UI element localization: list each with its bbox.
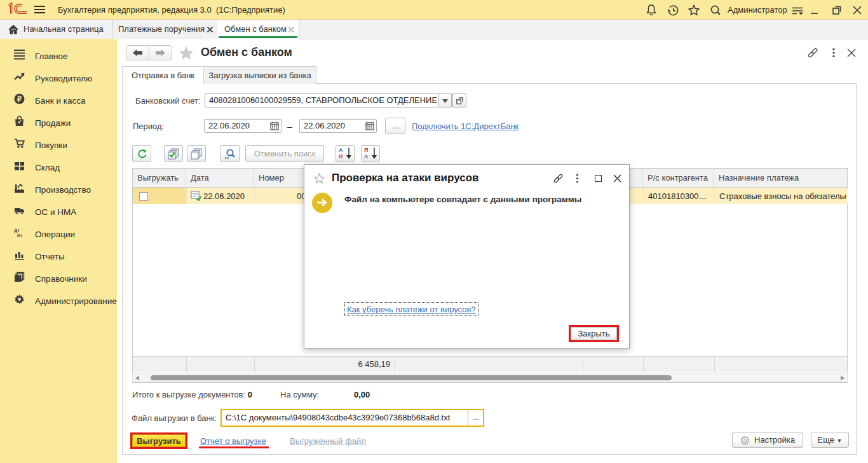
svg-text:₽: ₽ — [17, 95, 22, 103]
svg-text:Кт: Кт — [17, 233, 23, 238]
